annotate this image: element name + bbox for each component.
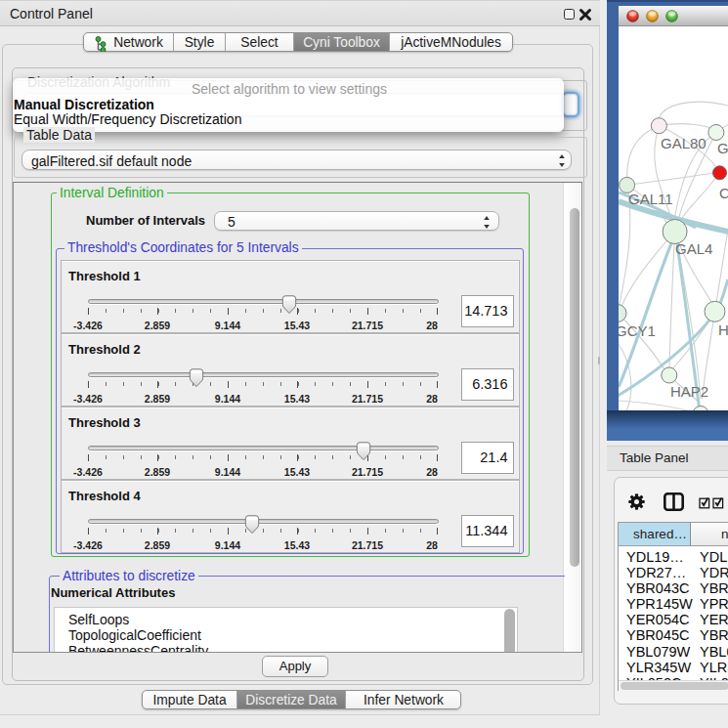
svg-text:GCY1: GCY1: [619, 322, 656, 339]
svg-text:GAL11: GAL11: [628, 191, 673, 207]
svg-text:GAL80: GAL80: [661, 135, 707, 151]
svg-text:C: C: [719, 185, 728, 201]
svg-text:GAL4: GAL4: [675, 240, 712, 257]
svg-text:H: H: [718, 321, 728, 338]
svg-text:HAP2: HAP2: [670, 383, 708, 400]
svg-text:GA: GA: [717, 140, 728, 156]
